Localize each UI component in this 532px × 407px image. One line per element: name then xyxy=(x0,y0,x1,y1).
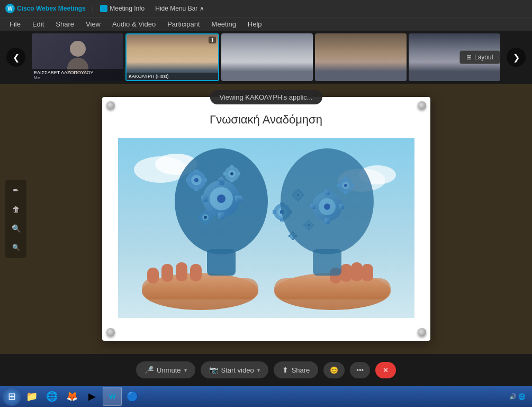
svg-rect-91 xyxy=(324,218,330,224)
video-nav-left[interactable]: ❮ xyxy=(6,48,25,67)
emoji-button[interactable]: 😊 xyxy=(323,362,345,378)
participant-name-2: ΚΑΚΟΛΥΡΗ (Host) xyxy=(129,74,216,79)
svg-rect-96 xyxy=(351,184,354,187)
svg-point-45 xyxy=(204,216,207,219)
more-options-button[interactable]: ••• xyxy=(350,362,370,378)
layout-button[interactable]: ⊞ Layout xyxy=(459,50,500,64)
separator: | xyxy=(92,5,94,13)
menu-file[interactable]: File xyxy=(4,19,26,29)
svg-rect-90 xyxy=(324,190,330,195)
svg-rect-89 xyxy=(339,204,344,209)
taskbar-media[interactable]: ▶ xyxy=(83,387,102,406)
shield-icon xyxy=(100,5,107,12)
svg-rect-19 xyxy=(207,249,236,276)
folder-icon: 📁 xyxy=(26,391,38,402)
share-button[interactable]: ⬆ Share xyxy=(274,361,319,378)
cognitive-svg xyxy=(118,135,414,321)
svg-rect-39 xyxy=(223,172,227,175)
eraser-icon: 🗑 xyxy=(12,205,20,214)
zoom-in-icon: 🔍 xyxy=(12,224,21,233)
share-icon: ⬆ xyxy=(282,366,288,374)
video-chevron[interactable]: ▾ xyxy=(257,367,260,373)
svg-rect-23 xyxy=(201,196,208,202)
viewing-text: Viewing ΚΑΚΟΛΥΡΗ's applic... xyxy=(219,93,312,101)
participant-name-1: ΕΛΙΣΣΑΒΕΤ ΛΑΖΟΠΟΥΛΟΥ xyxy=(34,70,121,75)
unmute-button[interactable]: 🎤̶ Unmute ▾ xyxy=(136,361,195,378)
menu-meeting[interactable]: Meeting xyxy=(206,19,241,29)
zoom-in-button[interactable]: 🔍 xyxy=(8,221,23,236)
slide-title: Γνωσιακή Αναδόμηση xyxy=(210,113,322,127)
menu-share[interactable]: Share xyxy=(50,19,79,29)
taskbar-right: 🔊 🌐 xyxy=(509,393,530,400)
svg-rect-10 xyxy=(176,262,187,281)
svg-rect-95 xyxy=(337,184,340,187)
zoom-out-button[interactable]: 🔍 xyxy=(8,240,23,255)
taskbar-webex-icon: W xyxy=(109,392,115,401)
taskbar-webex-app[interactable]: W xyxy=(103,387,122,406)
menu-participant[interactable]: Participant xyxy=(162,19,205,29)
meeting-info-button[interactable]: Meeting Info xyxy=(100,5,145,12)
participant-video-3 xyxy=(221,33,313,81)
participant-thumb-4[interactable] xyxy=(315,33,407,81)
more-icon: ••• xyxy=(356,366,364,374)
svg-rect-7 xyxy=(142,278,258,299)
annotation-toolbar: ✒ 🗑 🔍 🔍 xyxy=(5,180,26,258)
pen-tool-button[interactable]: ✒ xyxy=(8,183,23,198)
unmute-label: Unmute xyxy=(157,366,181,374)
main-area: ✒ 🗑 🔍 🔍 Viewing ΚΑΚΟΛΥΡΗ's applic... Γνω… xyxy=(0,84,532,354)
participant-thumb-2[interactable]: ΚΑΚΟΛΥΡΗ (Host) ⬆ xyxy=(125,33,219,81)
svg-rect-32 xyxy=(186,178,190,182)
share-icon-2: ⬆ xyxy=(209,37,216,43)
svg-rect-53 xyxy=(273,210,276,214)
taskbar-firefox[interactable]: 🦊 xyxy=(62,387,82,406)
media-icon: ▶ xyxy=(88,391,96,402)
menu-help[interactable]: Help xyxy=(242,19,267,29)
share-label: Share xyxy=(292,366,310,374)
video-nav-right[interactable]: ❯ xyxy=(507,48,526,67)
participant-thumb-3[interactable] xyxy=(221,33,313,81)
svg-rect-98 xyxy=(344,191,347,194)
end-call-button[interactable]: ✕ xyxy=(375,362,396,378)
svg-rect-40 xyxy=(237,172,240,175)
svg-rect-34 xyxy=(194,170,199,173)
svg-point-38 xyxy=(230,172,233,175)
firefox-icon: 🦊 xyxy=(66,391,78,402)
layout-icon: ⊞ xyxy=(466,54,472,61)
menu-audio-video[interactable]: Audio & Video xyxy=(107,19,161,29)
end-icon: ✕ xyxy=(383,366,389,374)
svg-rect-48 xyxy=(204,210,207,213)
hide-menu-bar-button[interactable]: Hide Menu Bar ∧ xyxy=(155,5,204,12)
taskbar-ie[interactable]: 🌐 xyxy=(42,387,61,406)
participant-video-4 xyxy=(315,33,407,81)
pin-bottom-left xyxy=(106,328,115,337)
menu-view[interactable]: View xyxy=(80,19,106,29)
taskbar-chrome[interactable]: 🔵 xyxy=(123,387,142,406)
taskbar-folder[interactable]: 📁 xyxy=(22,387,41,406)
svg-rect-11 xyxy=(190,264,202,281)
unmute-chevron[interactable]: ▾ xyxy=(184,367,187,373)
svg-rect-76 xyxy=(292,238,294,240)
participant-thumb-1[interactable]: ΕΛΙΣΣΑΒΕΤ ΛΑΖΟΠΟΥΛΟΥ Me xyxy=(32,33,123,81)
taskbar-time: 🔊 🌐 xyxy=(509,393,526,400)
start-button[interactable]: ⊞ xyxy=(2,387,21,406)
presentation-slide: Γνωσιακή Αναδόμηση xyxy=(102,97,430,341)
svg-rect-47 xyxy=(210,216,213,219)
eraser-tool-button[interactable]: 🗑 xyxy=(8,202,23,217)
start-video-button[interactable]: 📷 Start video ▾ xyxy=(201,361,268,378)
svg-rect-9 xyxy=(161,264,173,282)
menu-edit[interactable]: Edit xyxy=(27,19,49,29)
svg-point-94 xyxy=(344,184,347,187)
participant-label-1: ΕΛΙΣΣΑΒΕΤ ΛΑΖΟΠΟΥΛΟΥ Me xyxy=(32,69,123,81)
start-video-label: Start video xyxy=(221,366,254,374)
face-render-3 xyxy=(221,33,313,81)
start-icon: ⊞ xyxy=(8,391,16,402)
svg-rect-26 xyxy=(218,213,224,219)
layout-label: Layout xyxy=(474,54,493,61)
svg-rect-46 xyxy=(198,216,201,219)
slide-image xyxy=(118,135,414,321)
svg-rect-97 xyxy=(344,177,347,180)
svg-rect-35 xyxy=(194,187,199,191)
svg-point-22 xyxy=(217,194,226,203)
bottom-toolbar: 🎤̶ Unmute ▾ 📷 Start video ▾ ⬆ Share 😊 ••… xyxy=(0,354,532,386)
svg-rect-41 xyxy=(230,165,233,169)
